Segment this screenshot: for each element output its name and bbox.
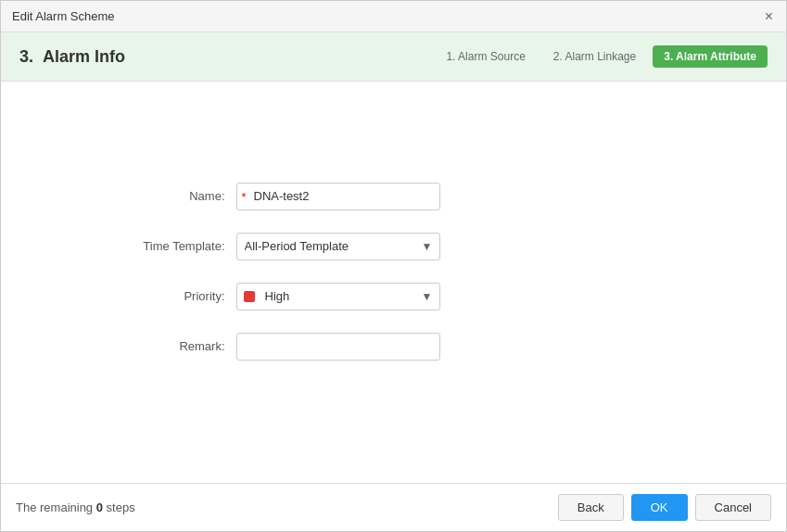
step-header: 3. Alarm Info 1. Alarm Source 2. Alarm L… <box>1 32 786 82</box>
name-input[interactable] <box>236 183 440 210</box>
form-area: Name: * Time Template: All-Period Templa… <box>116 164 672 401</box>
time-template-select-wrapper: All-Period Template Daytime Template Nig… <box>236 233 440 260</box>
cancel-button[interactable]: Cancel <box>695 494 771 521</box>
form-row-name: Name: * <box>116 183 672 210</box>
step-navigation: 1. Alarm Source 2. Alarm Linkage 3. Alar… <box>435 45 768 68</box>
form-row-priority: Priority: High Medium Low ▼ <box>116 283 672 310</box>
close-button[interactable]: × <box>763 9 775 24</box>
form-row-time-template: Time Template: All-Period Template Dayti… <box>116 233 672 260</box>
remaining-count: 0 <box>96 500 103 514</box>
form-row-remark: Remark: <box>116 333 672 361</box>
remaining-prefix: The remaining <box>16 500 93 514</box>
dialog-footer: The remaining 0 steps Back OK Cancel <box>1 483 786 531</box>
priority-select[interactable]: High Medium Low <box>236 283 440 310</box>
name-label: Name: <box>116 189 236 203</box>
ok-button[interactable]: OK <box>631 494 688 521</box>
edit-alarm-dialog: Edit Alarm Scheme × 3. Alarm Info 1. Ala… <box>0 0 787 532</box>
dialog-body: Name: * Time Template: All-Period Templa… <box>1 82 786 483</box>
back-button[interactable]: Back <box>558 494 624 521</box>
priority-label: Priority: <box>116 289 236 303</box>
remaining-suffix: steps <box>107 500 135 514</box>
time-template-select[interactable]: All-Period Template Daytime Template Nig… <box>236 233 440 260</box>
step-number: 3. <box>19 47 33 67</box>
time-template-label: Time Template: <box>116 239 236 253</box>
name-field-wrapper: * <box>236 183 440 210</box>
step-title-group: 3. Alarm Info <box>19 47 125 67</box>
step-nav-alarm-attribute[interactable]: 3. Alarm Attribute <box>653 45 768 68</box>
dialog-titlebar: Edit Alarm Scheme × <box>1 1 786 32</box>
footer-buttons: Back OK Cancel <box>558 494 771 521</box>
step-nav-alarm-linkage[interactable]: 2. Alarm Linkage <box>542 45 647 68</box>
remark-input[interactable] <box>236 333 440 361</box>
remaining-steps-text: The remaining 0 steps <box>16 500 135 514</box>
dialog-title: Edit Alarm Scheme <box>12 9 115 23</box>
step-title-text: Alarm Info <box>43 47 125 67</box>
remark-label: Remark: <box>116 339 236 353</box>
step-nav-alarm-source[interactable]: 1. Alarm Source <box>435 45 536 68</box>
priority-select-wrapper: High Medium Low ▼ <box>236 283 440 310</box>
